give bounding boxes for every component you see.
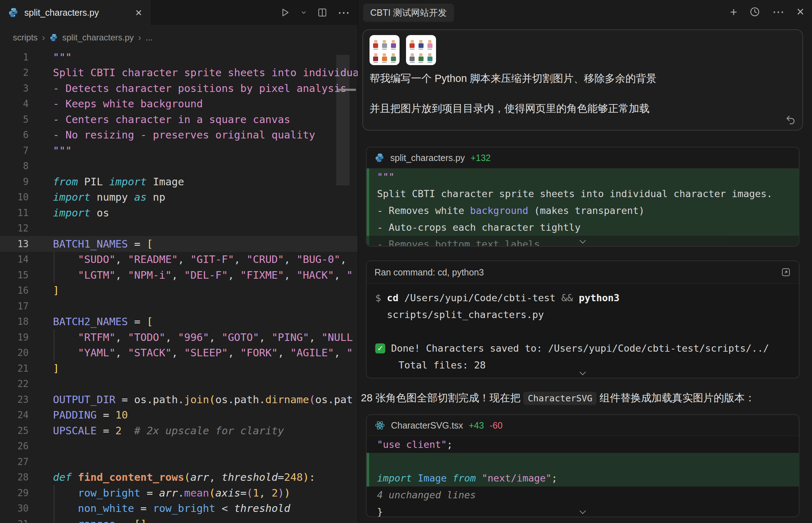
chat-header: CBTI 测试网站开发 + ⋯ × [358, 0, 812, 26]
code-line: 23OUTPUT_DIR = os.path.join(os.path.dirn… [0, 392, 358, 407]
code-line: 25UPSCALE = 2 # 2x upscale for clarity [0, 423, 358, 439]
pixel-character [381, 37, 389, 50]
diff-line [367, 453, 799, 470]
terminal-card-title: Ran command: cd, python3 [375, 267, 484, 278]
expand-chevron-icon[interactable] [579, 371, 587, 376]
line-number: 25 [0, 425, 29, 436]
code-line: 12 [0, 221, 358, 236]
code-line: 7""" [0, 143, 358, 158]
line-number: 3 [0, 83, 29, 94]
code-line: 24PADDING = 10 [0, 407, 358, 423]
breadcrumb-item-symbol[interactable]: ... [146, 33, 153, 43]
line-number: 27 [0, 456, 29, 467]
split-editor-icon[interactable] [317, 7, 328, 18]
line-number: 29 [0, 488, 29, 498]
python-icon [375, 153, 385, 163]
indent-guide [54, 485, 54, 501]
terminal-card-header[interactable]: Ran command: cd, python3 [367, 261, 799, 284]
attachment-thumbnails [370, 35, 796, 65]
inline-code-chip: CharacterSVG [523, 392, 597, 405]
line-number: 24 [0, 410, 29, 420]
diff-card-split-characters: split_characters.py +132 """Split CBTI c… [366, 147, 799, 247]
breadcrumb-item-file[interactable]: split_characters.py [62, 33, 134, 43]
line-number: 20 [0, 347, 29, 358]
code-line: 10import numpy as np [0, 190, 358, 205]
tab-close-icon[interactable]: × [135, 7, 142, 18]
line-number: 18 [0, 316, 29, 327]
chat-title[interactable]: CBTI 测试网站开发 [363, 4, 454, 22]
history-clock-icon[interactable] [749, 6, 760, 17]
chat-panel: CBTI 测试网站开发 + ⋯ × 帮我编写一个 Python 脚本来压缩并切割… [358, 0, 812, 523]
code-line: 3- Detects character positions by pixel … [0, 80, 358, 96]
run-dropdown-chevron-icon[interactable] [300, 9, 307, 16]
diff-card-filename: CharacterSVG.tsx [391, 420, 463, 431]
code-line: 16] [0, 283, 358, 299]
terminal-line: scripts/split_characters.py [375, 306, 799, 323]
card3-diff-body: "use client";import Image from "next/ima… [367, 436, 799, 517]
line-number: 22 [0, 378, 29, 389]
code-line: 28def find_content_rows(arr, threshold=2… [0, 470, 358, 485]
line-number: 4 [0, 98, 29, 109]
line-number: 15 [0, 270, 29, 280]
code-line: 18BATCH2_NAMES = [ [0, 314, 358, 330]
line-number: 30 [0, 503, 29, 514]
line-number: 31 [0, 519, 29, 523]
line-number: 5 [0, 114, 29, 125]
code-line: 22 [0, 376, 358, 392]
code-line: 15 "LGTM", "NPM-i", "DEL-F", "FIXME", "H… [0, 267, 358, 283]
terminal-line: ✓ Done! Characters saved to: /Users/yupi… [375, 340, 799, 357]
run-button[interactable] [279, 7, 290, 18]
line-number: 12 [0, 223, 29, 234]
new-chat-plus-icon[interactable]: + [730, 6, 737, 18]
pixel-character [426, 50, 434, 63]
expand-chevron-icon[interactable] [579, 510, 587, 515]
pixel-character [389, 50, 397, 63]
chat-close-icon[interactable]: × [797, 5, 804, 18]
breadcrumb-separator: › [42, 32, 45, 43]
open-in-terminal-icon[interactable] [781, 267, 791, 277]
python-icon [8, 7, 19, 18]
indent-guide [54, 252, 54, 268]
code-line: 5- Centers character in a square canvas [0, 112, 358, 127]
breadcrumb-item-scripts[interactable]: scripts [13, 33, 38, 43]
line-number: 7 [0, 145, 29, 156]
diff-line: """ [367, 168, 799, 185]
code-line: 27 [0, 454, 358, 470]
diff-card-filename: split_characters.py [390, 153, 465, 163]
code-editor[interactable]: 1"""2Split CBTI character sprite sheets … [0, 49, 358, 523]
code-line: 1""" [0, 49, 358, 65]
sprite-sheet-thumbnail[interactable] [370, 35, 400, 65]
diff-card-header[interactable]: split_characters.py +132 [367, 147, 799, 168]
line-number: 28 [0, 472, 29, 483]
overview-ruler-mark [338, 89, 356, 91]
pixel-character [408, 50, 416, 63]
code-line: 11import os [0, 205, 358, 221]
tab-title: split_characters.py [24, 8, 99, 18]
line-number: 11 [0, 207, 29, 218]
editor-scrollbar[interactable] [336, 55, 349, 185]
assistant-text-prefix: 28 张角色图全部切割完成！现在把 [361, 392, 523, 404]
restore-checkpoint-icon[interactable] [785, 115, 796, 126]
sprite-sheet-thumbnail[interactable] [406, 35, 436, 65]
editor-actions: ⋯ [279, 0, 350, 25]
tab-split-characters[interactable]: split_characters.py × [0, 0, 150, 25]
pixel-character [417, 50, 425, 63]
expand-chevron-icon[interactable] [579, 239, 587, 244]
line-number: 23 [0, 394, 29, 405]
user-message: 帮我编写一个 Python 脚本来压缩并切割图片、移除多余的背景 并且把图片放到… [362, 29, 803, 131]
diff-line: Split CBTI character sprite sheets into … [367, 185, 799, 202]
diff-card-header[interactable]: CharacterSVG.tsx +43 -60 [367, 415, 799, 436]
chat-more-icon[interactable]: ⋯ [772, 6, 784, 18]
editor-more-actions-icon[interactable]: ⋯ [338, 6, 350, 19]
removed-lines-badge: -60 [490, 420, 503, 431]
terminal-line: Total files: 28 [375, 357, 799, 373]
code-line: 31 ranges = [] [0, 516, 358, 523]
python-icon [49, 33, 58, 42]
line-number: 17 [0, 301, 29, 312]
pixel-character [417, 37, 425, 50]
terminal-line: $ cd /Users/yupi/Code/cbti-test && pytho… [375, 289, 799, 306]
pixel-character [408, 37, 416, 50]
line-number: 6 [0, 129, 29, 140]
indent-guide [54, 516, 54, 523]
pixel-character [389, 37, 397, 50]
